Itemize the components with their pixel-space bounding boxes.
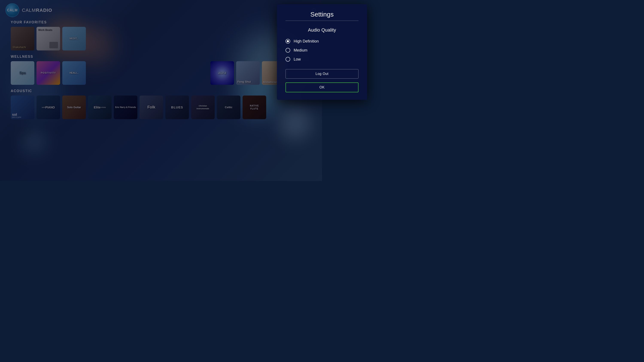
- radio-hd-label: High Definition: [294, 39, 319, 44]
- modal-divider: [286, 20, 322, 21]
- modal-overlay: Settings Audio Quality High Definition M…: [0, 0, 322, 181]
- radio-medium[interactable]: [286, 48, 290, 52]
- option-hd[interactable]: High Definition: [286, 39, 322, 44]
- ok-button[interactable]: OK: [286, 82, 322, 92]
- radio-medium-label: Medium: [294, 48, 308, 52]
- audio-quality-title: Audio Quality: [286, 27, 322, 33]
- modal-title: Settings: [286, 11, 322, 18]
- option-low[interactable]: Low: [286, 57, 322, 62]
- audio-quality-options: High Definition Medium Low: [286, 39, 322, 62]
- radio-hd[interactable]: [286, 39, 290, 44]
- settings-modal: Settings Audio Quality High Definition M…: [277, 4, 322, 100]
- option-medium[interactable]: Medium: [286, 48, 322, 52]
- radio-low-label: Low: [294, 57, 301, 62]
- radio-low[interactable]: [286, 57, 290, 62]
- logout-button[interactable]: Log Out: [286, 69, 322, 78]
